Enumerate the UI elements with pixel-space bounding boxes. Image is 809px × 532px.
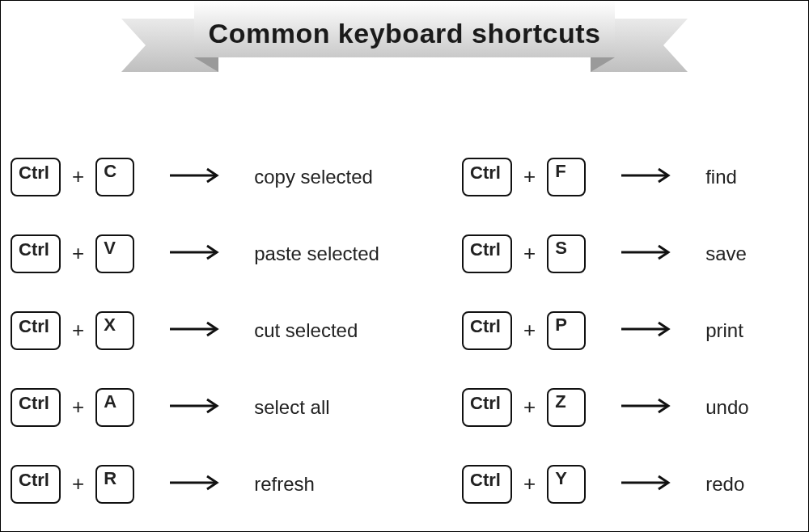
plus-symbol: + bbox=[523, 164, 536, 189]
arrow-right-icon bbox=[620, 167, 676, 187]
arrow-right-icon bbox=[620, 321, 676, 340]
plus-symbol: + bbox=[72, 471, 84, 496]
letter-key: X bbox=[95, 311, 134, 350]
letter-key: S bbox=[547, 234, 586, 273]
plus-symbol: + bbox=[72, 395, 84, 420]
shortcut-row: Ctrl + A select all bbox=[11, 369, 405, 445]
arrow-right-icon bbox=[620, 475, 676, 494]
ctrl-key: Ctrl bbox=[462, 158, 512, 196]
action-label: refresh bbox=[254, 473, 315, 496]
ctrl-key: Ctrl bbox=[462, 311, 512, 350]
plus-symbol: + bbox=[72, 318, 84, 343]
shortcut-row: Ctrl + R refresh bbox=[11, 445, 405, 522]
shortcut-row: Ctrl + P print bbox=[462, 292, 809, 369]
action-label: copy selected bbox=[254, 166, 373, 188]
action-label: select all bbox=[254, 396, 329, 419]
arrow-right-icon bbox=[620, 398, 676, 417]
letter-key: A bbox=[95, 388, 134, 427]
letter-key: V bbox=[95, 234, 134, 273]
action-label: undo bbox=[705, 396, 748, 419]
plus-symbol: + bbox=[523, 318, 536, 343]
shortcut-row: Ctrl + C copy selected bbox=[11, 138, 405, 215]
action-label: find bbox=[705, 166, 737, 188]
letter-key: Y bbox=[547, 465, 586, 504]
shortcut-grid: Ctrl + C copy selected Ctrl + V paste se… bbox=[1, 138, 809, 526]
arrow-right-icon bbox=[620, 244, 676, 264]
plus-symbol: + bbox=[523, 241, 536, 266]
letter-key: P bbox=[547, 311, 586, 350]
shortcut-row: Ctrl + X cut selected bbox=[11, 292, 405, 369]
action-label: save bbox=[705, 243, 747, 265]
ctrl-key: Ctrl bbox=[11, 158, 61, 196]
ctrl-key: Ctrl bbox=[11, 311, 61, 350]
shortcut-column-right: Ctrl + F find Ctrl + S save Ctrl + bbox=[405, 138, 809, 526]
title-banner: Common keyboard shortcuts bbox=[121, 1, 688, 82]
arrow-right-icon bbox=[168, 244, 225, 264]
page: Common keyboard shortcuts Ctrl + C copy … bbox=[0, 0, 809, 532]
shortcut-row: Ctrl + S save bbox=[462, 215, 809, 292]
action-label: redo bbox=[705, 473, 744, 496]
shortcut-column-left: Ctrl + C copy selected Ctrl + V paste se… bbox=[1, 138, 405, 526]
arrow-right-icon bbox=[168, 321, 225, 340]
shortcut-row: Ctrl + F find bbox=[462, 138, 809, 215]
action-label: paste selected bbox=[254, 243, 379, 265]
ctrl-key: Ctrl bbox=[462, 465, 512, 504]
letter-key: C bbox=[95, 158, 134, 196]
plus-symbol: + bbox=[523, 471, 536, 496]
arrow-right-icon bbox=[168, 398, 225, 417]
ctrl-key: Ctrl bbox=[11, 465, 61, 504]
ctrl-key: Ctrl bbox=[11, 388, 61, 427]
letter-key: Z bbox=[547, 388, 586, 427]
page-title: Common keyboard shortcuts bbox=[121, 1, 688, 65]
action-label: print bbox=[705, 319, 743, 342]
shortcut-row: Ctrl + Y redo bbox=[462, 445, 809, 522]
ctrl-key: Ctrl bbox=[11, 234, 61, 273]
ctrl-key: Ctrl bbox=[462, 234, 512, 273]
plus-symbol: + bbox=[72, 241, 84, 266]
arrow-right-icon bbox=[168, 167, 225, 187]
shortcut-row: Ctrl + Z undo bbox=[462, 369, 809, 445]
action-label: cut selected bbox=[254, 319, 358, 342]
ctrl-key: Ctrl bbox=[462, 388, 512, 427]
letter-key: R bbox=[95, 465, 134, 504]
shortcut-row: Ctrl + V paste selected bbox=[11, 215, 405, 292]
letter-key: F bbox=[547, 158, 586, 196]
plus-symbol: + bbox=[523, 395, 536, 420]
plus-symbol: + bbox=[72, 164, 84, 189]
arrow-right-icon bbox=[168, 475, 225, 494]
